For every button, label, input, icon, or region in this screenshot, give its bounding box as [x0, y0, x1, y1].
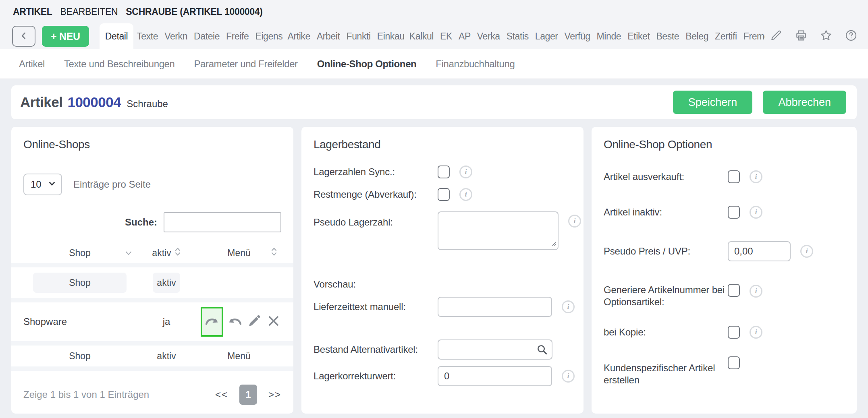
- pseudo-preis-input[interactable]: [728, 241, 791, 261]
- search-magnifier-icon[interactable]: [536, 344, 548, 355]
- save-button[interactable]: Speichern: [673, 91, 753, 114]
- artikel-inaktiv-checkbox[interactable]: [728, 206, 740, 219]
- pagination-info: Zeige 1 bis 1 von 1 Einträgen: [23, 389, 149, 400]
- shops-table-header: Shop aktiv Menü: [23, 243, 281, 263]
- subnav-parameter-freifelder[interactable]: Parameter und Freifelder: [194, 58, 298, 70]
- tab-verkn[interactable]: Verkn: [161, 23, 191, 49]
- artikel-ausverkauft-label: Artikel ausverkauft:: [604, 171, 728, 183]
- favorite-star-icon[interactable]: [820, 29, 833, 43]
- tab-belege[interactable]: Beleg: [682, 23, 712, 49]
- bestand-alternativartikel-label: Bestand Alternativartikel:: [314, 344, 438, 356]
- lagerzahlen-sync-label: Lagerzahlen Sync.:: [314, 166, 438, 178]
- title-card: Artikel 1000004 Schraube Speichern Abbre…: [11, 85, 857, 119]
- tab-bestellungen[interactable]: Beste: [653, 23, 682, 49]
- tab-verkauf[interactable]: Verka: [474, 23, 503, 49]
- tab-etiketten[interactable]: Etiket: [624, 23, 653, 49]
- search-label: Suche:: [125, 217, 157, 228]
- tab-freifelder[interactable]: Freife: [223, 23, 252, 49]
- subnav-artikel[interactable]: Artikel: [19, 58, 45, 70]
- tab-arbeit[interactable]: Arbeit: [314, 23, 343, 49]
- lieferzeittext-input[interactable]: [438, 297, 552, 317]
- artikel-ausverkauft-checkbox[interactable]: [728, 170, 740, 183]
- shop-optionen-panel: Online-Shop Optionen Artikel ausverkauft…: [592, 127, 857, 414]
- info-icon[interactable]: i: [750, 326, 762, 339]
- bestand-alternativartikel-input[interactable]: [438, 339, 552, 360]
- info-icon[interactable]: i: [568, 215, 581, 228]
- page-size-value: 10: [31, 179, 48, 190]
- pseudo-lagerzahl-textarea[interactable]: [438, 211, 559, 250]
- page-number-button[interactable]: 1: [239, 385, 257, 405]
- edit-pencil-icon[interactable]: [770, 29, 783, 43]
- info-icon[interactable]: i: [562, 370, 575, 383]
- tab-texte[interactable]: Texte: [133, 23, 161, 49]
- chevron-left-icon: [19, 31, 29, 42]
- pseudo-preis-label: Pseudo Preis / UVP:: [604, 245, 728, 257]
- tab-ap[interactable]: AP: [455, 23, 474, 49]
- kundenspezifisch-checkbox[interactable]: [728, 356, 740, 369]
- lagerbestand-panel: Lagerbestand Lagerzahlen Sync.: i Restme…: [301, 127, 584, 414]
- tab-mindestlager[interactable]: Minde: [594, 23, 625, 49]
- chevron-down-icon: [48, 179, 56, 190]
- tab-detail[interactable]: Detail: [100, 23, 133, 49]
- column-header-menue[interactable]: Menü: [197, 243, 281, 263]
- info-icon[interactable]: i: [459, 166, 472, 178]
- tab-statistik[interactable]: Statis: [503, 23, 532, 49]
- redo-transfer-icon[interactable]: [204, 314, 220, 329]
- sort-icon: [271, 246, 277, 259]
- tab-artikel[interactable]: Artike: [284, 23, 313, 49]
- cell-aktiv-value: ja: [136, 316, 197, 327]
- cancel-button[interactable]: Abbrechen: [763, 91, 846, 114]
- tab-strip: Detail Texte Verkn Dateie Freife Eigens …: [100, 23, 785, 49]
- breadcrumb: ARTIKEL BEARBEITEN SCHRAUBE (ARTIKEL 100…: [0, 0, 868, 23]
- lagerzahlen-sync-checkbox[interactable]: [438, 166, 450, 178]
- sort-icon: [174, 246, 181, 259]
- table-row-shopware: Shopware ja: [23, 302, 281, 341]
- info-icon[interactable]: i: [562, 300, 575, 313]
- tab-einkauf[interactable]: Einkau: [374, 23, 406, 49]
- sort-down-icon: [125, 248, 132, 259]
- tab-lager[interactable]: Lager: [532, 23, 561, 49]
- pagination: Zeige 1 bis 1 von 1 Einträgen << 1 >>: [23, 385, 281, 405]
- tab-verfuegbarkeit[interactable]: Verfüg: [561, 23, 594, 49]
- tab-ek[interactable]: EK: [437, 23, 455, 49]
- restmenge-checkbox[interactable]: [438, 188, 450, 201]
- breadcrumb-action: BEARBEITEN: [60, 6, 118, 17]
- info-icon[interactable]: i: [800, 245, 813, 258]
- undo-icon[interactable]: [227, 314, 243, 329]
- tab-eigenschaften[interactable]: Eigens: [252, 23, 284, 49]
- tab-kalkulation[interactable]: Kalkul: [406, 23, 437, 49]
- kundenspezifisch-label: Kundenspezifischer Artikel erstellen: [604, 362, 728, 386]
- action-highlight-box: [201, 307, 223, 337]
- bei-kopie-label: bei Kopie:: [604, 326, 728, 338]
- subnav-texte-beschreibungen[interactable]: Texte und Beschreibungen: [64, 58, 175, 70]
- info-icon[interactable]: i: [750, 285, 762, 298]
- info-icon[interactable]: i: [750, 170, 762, 183]
- search-input[interactable]: [164, 212, 281, 232]
- filter-shop-button[interactable]: Shop: [33, 273, 127, 293]
- print-icon[interactable]: [795, 29, 808, 43]
- column-header-shop[interactable]: Shop: [23, 243, 136, 263]
- tab-zertifikate[interactable]: Zertifi: [712, 23, 740, 49]
- tab-dateien[interactable]: Dateie: [191, 23, 223, 49]
- previous-page-button[interactable]: <<: [215, 389, 228, 400]
- info-icon[interactable]: i: [750, 206, 762, 219]
- next-page-button[interactable]: >>: [268, 389, 281, 400]
- delete-x-icon[interactable]: [266, 314, 281, 329]
- bei-kopie-checkbox[interactable]: [728, 326, 740, 339]
- lieferzeittext-label: Lieferzeittext manuell:: [314, 301, 438, 313]
- subnav-online-shop-optionen[interactable]: Online-Shop Optionen: [317, 58, 417, 70]
- artikel-inaktiv-label: Artikel inaktiv:: [604, 206, 728, 218]
- generiere-artikelnummer-checkbox[interactable]: [728, 284, 740, 297]
- lagerkorrekturwert-input[interactable]: [438, 366, 552, 386]
- info-icon[interactable]: i: [459, 188, 472, 201]
- new-button[interactable]: + NEU: [42, 26, 89, 47]
- help-icon[interactable]: [845, 29, 858, 43]
- tab-funktionen[interactable]: Funkti: [343, 23, 374, 49]
- filter-aktiv-button[interactable]: aktiv: [153, 273, 180, 293]
- page-size-label: Einträge pro Seite: [73, 179, 151, 190]
- page-size-select[interactable]: 10: [23, 174, 62, 195]
- edit-pencil-icon[interactable]: [247, 314, 262, 329]
- column-header-aktiv[interactable]: aktiv: [136, 243, 197, 263]
- back-button[interactable]: [12, 26, 35, 47]
- subnav-finanzbuchhaltung[interactable]: Finanzbuchhaltung: [436, 58, 515, 70]
